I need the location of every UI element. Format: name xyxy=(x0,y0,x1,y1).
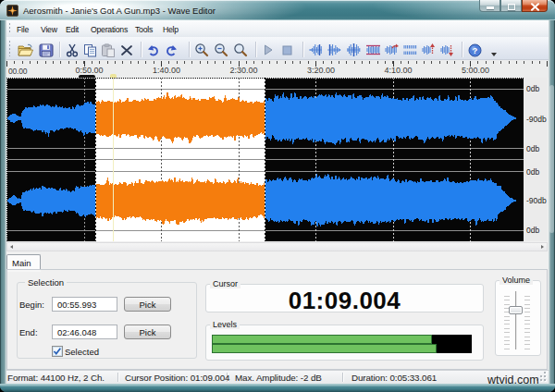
svg-text:?: ? xyxy=(473,45,478,55)
